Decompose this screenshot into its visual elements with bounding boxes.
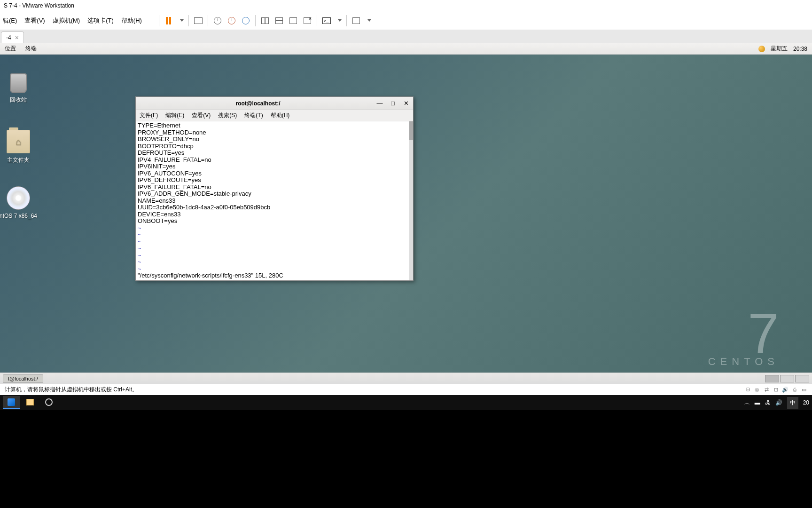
gnome-time[interactable]: 20:38 <box>793 46 807 52</box>
menu-view[interactable]: 查看(V) <box>24 16 45 25</box>
tab-close-icon[interactable]: × <box>15 34 19 41</box>
tray-time[interactable]: 20 <box>803 399 809 406</box>
gnome-terminal-menu[interactable]: 终端 <box>25 45 37 53</box>
vm-tab-label: -4 <box>6 34 11 41</box>
terminal-scrollbar[interactable] <box>409 121 413 280</box>
term-tilde: ~ <box>138 225 411 232</box>
send-ctrl-alt-del-icon[interactable] <box>194 16 203 25</box>
taskbar-terminal-button[interactable]: t@localhost:/ <box>3 374 43 383</box>
taskbar-obs-icon[interactable] <box>40 396 57 409</box>
console-dropdown-icon[interactable] <box>338 19 342 22</box>
term-menu-file[interactable]: 文件(F) <box>140 111 158 119</box>
home-label: 主文件夹 <box>7 157 30 163</box>
workspace-switcher[interactable] <box>765 375 809 382</box>
disc-icon <box>7 186 30 210</box>
term-line: TYPE=Ethernet <box>138 122 411 129</box>
close-icon[interactable]: ✕ <box>403 100 409 107</box>
unity-icon[interactable] <box>289 16 298 25</box>
gnome-bottombar: t@localhost:/ <box>0 373 812 384</box>
device-net-icon[interactable]: ⇄ <box>763 386 770 393</box>
term-line: IPV6_AUTOCONF=yes <box>138 170 411 177</box>
snapshot-icon[interactable] <box>213 16 222 25</box>
device-display-icon[interactable]: ▭ <box>801 386 807 393</box>
gnome-topbar: 位置 终端 星期五 20:38 <box>0 43 812 55</box>
vm-tab[interactable]: -4 × <box>1 32 24 43</box>
disc-label: ntOS 7 x86_64 <box>0 213 37 219</box>
revert-snapshot-icon[interactable] <box>227 16 236 25</box>
obs-app-icon <box>45 398 53 406</box>
term-menu-search[interactable]: 搜索(S) <box>218 111 237 119</box>
vmware-hint-text: 计算机，请将鼠标指针从虚拟机中移出或按 Ctrl+Alt。 <box>5 386 138 394</box>
term-line: IPV6_FAILURE_FATAL=no <box>138 184 411 191</box>
centos-seven: 7 <box>708 310 779 356</box>
vmware-tabbar: -4 × <box>0 30 812 43</box>
power-dropdown-icon[interactable] <box>180 19 184 22</box>
tray-network-icon[interactable]: 🖧 <box>765 399 771 406</box>
split-horizontal-icon[interactable] <box>274 16 284 25</box>
taskbar-explorer-icon[interactable] <box>22 396 39 409</box>
term-line: NAME=ens33 <box>138 198 411 205</box>
windows-taskbar: ︿ ▬ 🖧 🔊 中 20 <box>0 395 812 410</box>
term-menu-help[interactable]: 帮助(H) <box>271 111 290 119</box>
stretch-dropdown-icon[interactable] <box>367 19 371 22</box>
taskbar-vmware-icon[interactable] <box>3 396 20 409</box>
maximize-icon[interactable]: □ <box>390 100 396 107</box>
console-icon[interactable]: >_ <box>322 16 331 25</box>
term-tilde: ~ <box>138 238 411 246</box>
term-line: BROWSER_ONLY=no <box>138 136 411 143</box>
term-line: DEVICE=ens33 <box>138 211 411 218</box>
term-line: IPV6INIT=yes <box>138 163 411 170</box>
term-line: DEFROUTE=yes <box>138 150 411 157</box>
tray-ime-button[interactable]: 中 <box>787 397 798 409</box>
gnome-places[interactable]: 位置 <box>5 45 16 53</box>
disc-desktop-icon[interactable]: ntOS 7 x86_64 <box>0 186 39 219</box>
vim-status-line: "/etc/sysconfig/network-scripts/ifcfg-en… <box>138 272 411 279</box>
tray-chevron-icon[interactable]: ︿ <box>744 399 750 407</box>
tray-volume-icon[interactable]: 🔊 <box>775 399 782 406</box>
trash-label: 回收站 <box>10 96 27 103</box>
pause-button[interactable] <box>164 16 173 25</box>
device-hdd-icon[interactable]: ⛁ <box>744 386 751 393</box>
home-desktop-icon[interactable]: 主文件夹 <box>0 130 39 164</box>
guest-desktop[interactable]: 回收站 主文件夹 ntOS 7 x86_64 7 CENTOS root@loc… <box>0 55 812 373</box>
stretch-icon[interactable] <box>351 16 361 25</box>
terminal-titlebar[interactable]: root@localhost:/ — □ ✕ <box>136 97 413 110</box>
menu-edit[interactable]: 辑(E) <box>3 16 17 25</box>
vmware-app-icon <box>8 398 15 406</box>
windows-titlebar: S 7-4 - VMware Workstation <box>0 0 812 11</box>
fullscreen-icon[interactable]: ✕ <box>303 16 312 25</box>
device-cd-icon[interactable]: ◎ <box>754 386 760 393</box>
snapshot-manager-icon[interactable] <box>241 16 250 25</box>
term-menu-edit[interactable]: 编辑(E) <box>165 111 184 119</box>
device-usb-icon[interactable]: ⊡ <box>773 386 779 393</box>
term-line: ONBOOT=yes <box>138 218 411 225</box>
trash-desktop-icon[interactable]: 回收站 <box>0 73 39 104</box>
terminal-window[interactable]: root@localhost:/ — □ ✕ 文件(F) 编辑(E) 查看(V)… <box>135 96 414 281</box>
gnome-day[interactable]: 星期五 <box>771 45 788 53</box>
term-line: PROXY_METHOD=none <box>138 129 411 136</box>
menu-vm[interactable]: 虚拟机(M) <box>53 16 80 25</box>
device-sound-icon[interactable]: 🔊 <box>782 386 789 393</box>
folder-icon <box>7 130 30 153</box>
term-tilde: ~ <box>138 252 411 259</box>
scrollbar-thumb[interactable] <box>409 121 413 140</box>
terminal-content[interactable]: TYPE=Ethernet PROXY_METHOD=none BROWSER_… <box>136 121 413 280</box>
term-tilde: ~ <box>138 245 411 252</box>
device-printer-icon[interactable]: ⎙ <box>791 386 798 393</box>
term-tilde: ~ <box>138 231 411 238</box>
term-menu-view[interactable]: 查看(V) <box>192 111 211 119</box>
term-tilde: ~ <box>138 259 411 266</box>
workspace-3[interactable] <box>795 375 809 382</box>
term-menu-terminal[interactable]: 终端(T) <box>244 111 263 119</box>
vmware-menubar: 辑(E) 查看(V) 虚拟机(M) 选项卡(T) 帮助(H) ✕ >_ <box>0 11 812 30</box>
term-line: BOOTPROTO=dhcp <box>138 143 411 150</box>
workspace-2[interactable] <box>780 375 794 382</box>
tray-battery-icon[interactable]: ▬ <box>755 399 760 406</box>
explorer-app-icon <box>26 399 34 405</box>
notification-icon[interactable] <box>758 46 765 52</box>
split-vertical-icon[interactable] <box>260 16 270 25</box>
menu-help[interactable]: 帮助(H) <box>121 16 142 25</box>
minimize-icon[interactable]: — <box>376 100 383 107</box>
menu-tabs[interactable]: 选项卡(T) <box>87 16 114 25</box>
workspace-1[interactable] <box>765 375 779 382</box>
